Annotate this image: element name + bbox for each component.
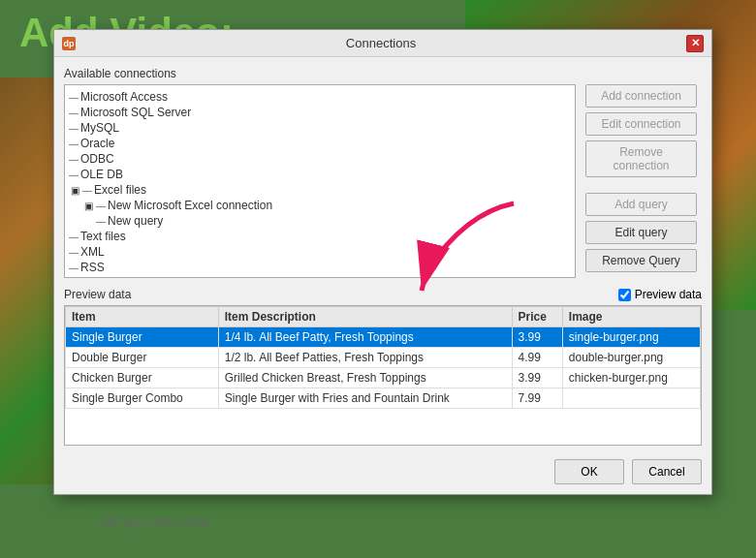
connections-panel: Available connections — Microsoft Access… [64,67,576,278]
tree-item-label: XML [80,245,105,259]
cell-description: Grilled Chicken Breast, Fresh Toppings [218,368,512,388]
available-connections-label: Available connections [64,67,576,80]
tree-item-oracle[interactable]: — Oracle [69,136,571,151]
tree-item-label: Text files [80,230,126,243]
tree-connector: — [69,232,79,242]
dialog-footer: OK Cancel [54,453,711,494]
tree-connector: — [69,247,79,258]
tree-item-excel-files[interactable]: ▣ — Excel files [69,182,571,198]
tree-connector: — [69,154,79,165]
cell-price: 3.99 [512,368,562,388]
close-button[interactable]: ✕ [686,35,704,52]
tree-item-label: Microsoft Access [80,90,168,104]
preview-checkbox-area: Preview data [618,288,702,301]
button-spacer [585,182,702,188]
cell-description: 1/2 lb. All Beef Patties, Fresh Toppings [218,348,512,368]
tree-item-new-excel-connection[interactable]: ▣ — New Microsoft Excel connection [69,198,571,213]
cell-price: 4.99 [512,348,562,368]
add-connection-button[interactable]: Add connection [585,84,697,108]
connections-dialog: dp Connections ✕ Available connections —… [53,29,712,495]
cell-description: 1/4 lb. All Beef Patty, Fresh Toppings [218,327,512,348]
tree-connector: — [82,185,92,196]
tree-item-microsoft-sql[interactable]: — Microsoft SQL Server [69,105,571,120]
edit-query-button[interactable]: Edit query [585,221,697,244]
expand-icon-excel: ▣ [69,184,80,196]
tree-connector: — [69,92,79,103]
remove-query-button[interactable]: Remove Query [585,249,697,272]
cell-item: Single Burger [66,327,219,348]
tree-item-new-query[interactable]: — New query [69,213,571,229]
tree-item-microsoft-access[interactable]: — Microsoft Access [69,89,571,105]
preview-table-container: Item Item Description Price Image Single… [64,305,702,446]
cell-item: Double Burger [66,348,219,368]
dialog-body: Available connections — Microsoft Access… [54,57,711,288]
preview-header: Preview data Preview data [64,288,702,301]
tree-connector: — [69,139,79,149]
tree-item-text-files[interactable]: — Text files [69,229,571,244]
tree-item-label: MySQL [80,121,119,135]
dialog-overlay: dp Connections ✕ Available connections —… [0,0,756,558]
dialog-title: Connections [76,36,686,50]
tree-connector: — [69,263,79,273]
tree-connector: — [96,216,106,227]
preview-section: Preview data Preview data Item Item Desc… [64,288,702,446]
cell-image: chicken-burger.png [562,368,700,388]
expand-icon-new-excel: ▣ [82,200,94,211]
cell-price: 3.99 [512,327,562,348]
remove-connection-button[interactable]: Remove connection [585,140,697,177]
cell-item: Chicken Burger [66,368,219,388]
table-row[interactable]: Single Burger Combo Single Burger with F… [66,388,701,409]
tree-item-label: ODBC [80,152,114,166]
tree-item-label: OLE DB [80,168,123,181]
tree-connector: — [69,170,79,180]
action-buttons-panel: Add connection Edit connection Remove co… [585,67,702,278]
tree-item-odbc[interactable]: — ODBC [69,151,571,167]
connections-tree[interactable]: — Microsoft Access — Microsoft SQL Serve… [64,84,576,278]
tree-connector: — [69,123,79,134]
tree-item-twitter[interactable]: — Twitter [69,275,571,278]
preview-checkbox-label: Preview data [635,288,702,301]
tree-item-label: RSS [80,261,105,274]
col-image: Image [562,307,700,327]
tree-item-label: Oracle [80,137,114,150]
tree-item-label: New query [108,214,163,228]
cell-price: 7.99 [512,388,562,409]
table-row[interactable]: Double Burger 1/2 lb. All Beef Patties, … [66,348,701,368]
table-row[interactable]: Single Burger 1/4 lb. All Beef Patty, Fr… [66,327,701,348]
dialog-titlebar: dp Connections ✕ [54,30,711,57]
tree-item-rss[interactable]: — RSS [69,260,571,275]
cell-image: double-burger.png [562,348,700,368]
cell-image: single-burger.png [562,327,700,348]
tree-item-label: Excel files [94,183,146,197]
tree-item-xml[interactable]: — XML [69,244,571,260]
tree-connector: — [69,278,79,279]
col-item: Item [66,307,219,327]
table-header: Item Item Description Price Image [66,307,701,327]
table-row[interactable]: Chicken Burger Grilled Chicken Breast, F… [66,368,701,388]
edit-connection-button[interactable]: Edit connection [585,112,697,136]
table-body: Single Burger 1/4 lb. All Beef Patty, Fr… [66,327,701,409]
tree-connector: — [69,108,79,118]
dialog-icon: dp [62,37,76,50]
tree-item-label: New Microsoft Excel connection [108,199,272,212]
tree-connector: — [96,201,106,211]
preview-data-label: Preview data [64,288,131,301]
tree-item-ole-db[interactable]: — OLE DB [69,167,571,182]
preview-table: Item Item Description Price Image Single… [65,306,701,409]
preview-data-checkbox[interactable] [618,289,631,301]
cell-description: Single Burger with Fries and Fountain Dr… [218,388,512,409]
table-header-row: Item Item Description Price Image [66,307,701,327]
col-price: Price [512,307,562,327]
col-description: Item Description [218,307,512,327]
cell-item: Single Burger Combo [66,388,219,409]
tree-item-label: Twitter [80,276,114,278]
ok-button[interactable]: OK [554,459,624,484]
cell-image [562,388,700,409]
tree-item-mysql[interactable]: — MySQL [69,120,571,136]
tree-item-label: Microsoft SQL Server [80,106,191,119]
cancel-button[interactable]: Cancel [632,459,702,484]
add-query-button[interactable]: Add query [585,193,697,216]
